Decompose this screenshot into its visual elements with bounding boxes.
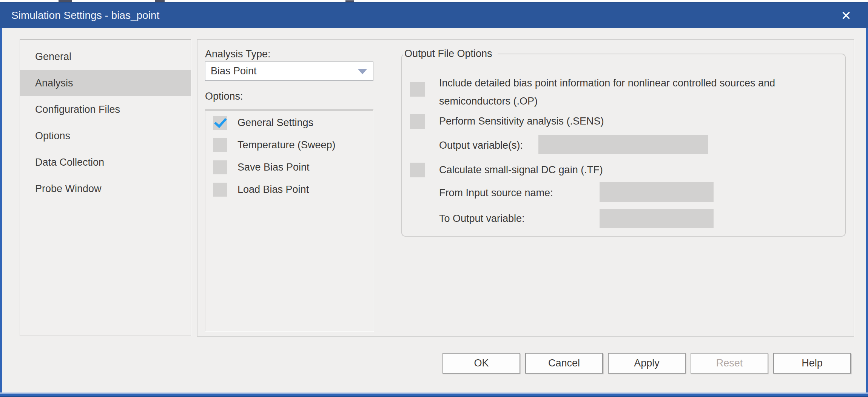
output-file-options-title: Output File Options bbox=[403, 48, 498, 60]
option-save-bias-point[interactable]: Save Bias Point bbox=[213, 160, 373, 174]
cancel-button[interactable]: Cancel bbox=[525, 353, 603, 374]
sidebar-item-general[interactable]: General bbox=[20, 43, 191, 70]
option-general-settings[interactable]: General Settings bbox=[213, 116, 373, 130]
sidebar-item-options[interactable]: Options bbox=[20, 123, 191, 149]
sensitivity-checkbox[interactable] bbox=[410, 114, 425, 129]
dc-gain-checkbox[interactable] bbox=[410, 163, 425, 177]
simulation-settings-dialog: Simulation Settings - bias_point ✕ Gener… bbox=[0, 0, 868, 397]
reset-button: Reset bbox=[691, 353, 768, 374]
settings-category-list: General Analysis Configuration Files Opt… bbox=[20, 39, 191, 336]
general-settings-checkbox[interactable] bbox=[213, 116, 227, 130]
chevron-down-icon bbox=[358, 69, 367, 74]
background-window-fragment bbox=[155, 0, 165, 2]
from-input-source-input bbox=[600, 182, 714, 202]
option-load-bias-point[interactable]: Load Bias Point bbox=[213, 183, 373, 197]
output-variables-input bbox=[538, 135, 708, 154]
analysis-type-value: Bias Point bbox=[211, 62, 257, 80]
options-label: Options: bbox=[205, 91, 243, 102]
save-bias-point-checkbox[interactable] bbox=[213, 160, 227, 174]
checkmark-icon bbox=[214, 115, 227, 128]
options-list: General Settings Temperature (Sweep) Sav… bbox=[205, 109, 373, 331]
analysis-type-label: Analysis Type: bbox=[205, 48, 271, 60]
include-op-label: Include detailed bias point information … bbox=[439, 74, 828, 110]
help-button[interactable]: Help bbox=[773, 353, 851, 374]
close-button[interactable]: ✕ bbox=[835, 3, 857, 28]
sidebar-item-analysis[interactable]: Analysis bbox=[20, 70, 191, 96]
analysis-type-dropdown[interactable]: Bias Point bbox=[205, 62, 373, 81]
to-output-variable-input bbox=[600, 209, 714, 228]
title-bar[interactable]: Simulation Settings - bias_point ✕ bbox=[0, 2, 868, 28]
window-border-right bbox=[866, 28, 868, 397]
from-input-source-label: From Input source name: bbox=[439, 187, 553, 199]
to-output-variable-label: To Output variable: bbox=[439, 213, 525, 225]
sidebar-item-configuration-files[interactable]: Configuration Files bbox=[20, 96, 191, 123]
background-window-fragment bbox=[345, 0, 354, 2]
sidebar-item-probe-window[interactable]: Probe Window bbox=[20, 175, 191, 202]
sidebar-item-data-collection[interactable]: Data Collection bbox=[20, 149, 191, 175]
sensitivity-label: Perform Sensitivity analysis (.SENS) bbox=[439, 115, 604, 127]
include-op-checkbox[interactable] bbox=[410, 82, 425, 97]
apply-button[interactable]: Apply bbox=[608, 353, 686, 374]
option-temperature-sweep[interactable]: Temperature (Sweep) bbox=[213, 138, 373, 152]
window-border-bottom bbox=[0, 392, 868, 397]
dialog-title: Simulation Settings - bias_point bbox=[11, 3, 159, 28]
window-border-left bbox=[0, 28, 2, 397]
load-bias-point-checkbox[interactable] bbox=[213, 183, 227, 197]
dc-gain-label: Calculate small-signal DC gain (.TF) bbox=[439, 164, 603, 176]
ok-button[interactable]: OK bbox=[442, 353, 520, 374]
background-window-fragment bbox=[59, 0, 72, 2]
close-icon: ✕ bbox=[841, 9, 851, 22]
output-variables-label: Output variable(s): bbox=[439, 140, 523, 151]
temperature-sweep-checkbox[interactable] bbox=[213, 138, 227, 152]
